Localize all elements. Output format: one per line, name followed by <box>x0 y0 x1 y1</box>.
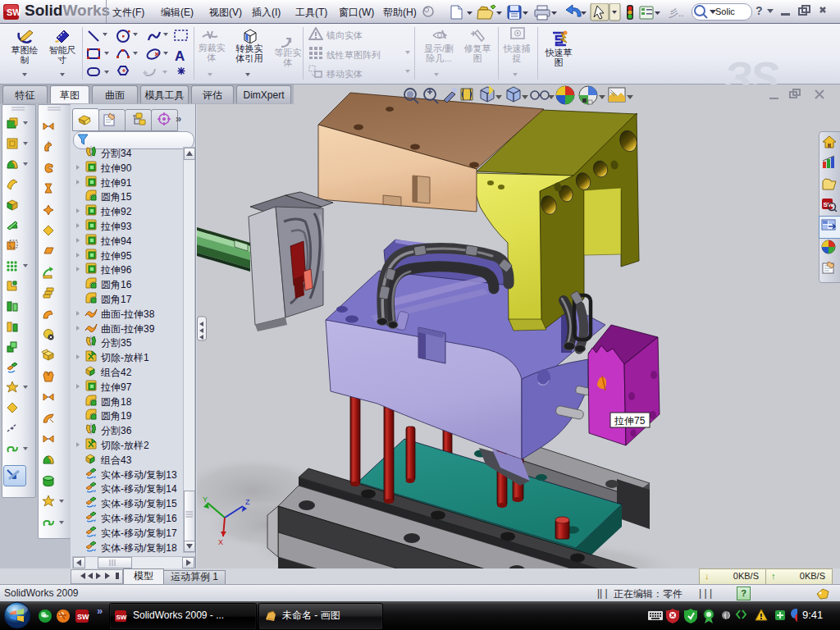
svg-text:SW: SW <box>77 613 89 621</box>
svg-text:彡..: 彡.. <box>669 7 684 19</box>
svg-text:A: A <box>175 48 185 64</box>
svg-text:拉伸75: 拉伸75 <box>614 415 646 427</box>
svg-text:X: X <box>218 538 223 546</box>
svg-text:SW: SW <box>116 614 127 621</box>
svg-text:Y: Y <box>203 495 208 504</box>
svg-text:Z: Z <box>245 498 250 506</box>
svg-text:SW: SW <box>7 7 21 17</box>
